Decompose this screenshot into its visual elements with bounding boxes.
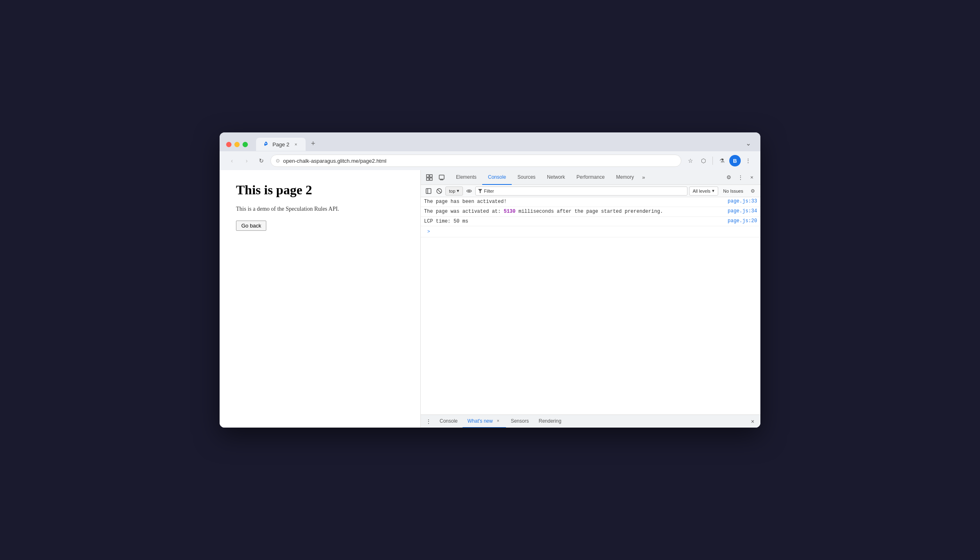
bottom-panel-close-button[interactable]: × <box>748 417 757 426</box>
console-context-label: top <box>449 189 455 193</box>
console-cursor: > <box>424 228 433 236</box>
console-cursor-line[interactable]: > <box>421 226 760 237</box>
new-tab-button[interactable]: + <box>307 138 319 149</box>
back-button[interactable]: ‹ <box>226 155 238 166</box>
svg-marker-12 <box>478 189 482 193</box>
svg-rect-4 <box>430 178 432 180</box>
bottom-tab-sensors-label: Sensors <box>511 418 529 424</box>
svg-rect-6 <box>440 180 443 180</box>
bottom-tabs-menu-button[interactable]: ⋮ <box>424 417 433 426</box>
tab-title: Page 2 <box>272 141 289 148</box>
security-icon: ⊙ <box>276 158 280 164</box>
svg-point-11 <box>468 190 470 192</box>
lab-button[interactable]: ⚗ <box>716 155 728 166</box>
nav-actions: ☆ ⬡ ⚗ B ⋮ <box>685 155 754 166</box>
profile-button[interactable]: B <box>729 155 741 166</box>
url-text: open-chalk-asparagus.glitch.me/page2.htm… <box>283 158 386 164</box>
console-filter-input[interactable]: Filter <box>475 187 687 196</box>
svg-rect-3 <box>430 175 432 177</box>
inspect-element-button[interactable] <box>424 172 435 183</box>
console-context-dropdown-icon: ▾ <box>457 188 459 193</box>
console-eye-button[interactable] <box>465 187 474 196</box>
console-sidebar-button[interactable] <box>424 187 433 196</box>
no-issues-label: No Issues <box>720 189 746 193</box>
filter-label: Filter <box>484 189 494 193</box>
devtools-actions: ⚙ ⋮ × <box>724 172 757 183</box>
more-tabs-button[interactable]: » <box>640 170 647 185</box>
bottom-tab-console-label: Console <box>440 418 458 424</box>
device-mode-button[interactable] <box>436 172 447 183</box>
address-bar[interactable]: ⊙ open-chalk-asparagus.glitch.me/page2.h… <box>270 155 681 167</box>
bottom-tab-sensors[interactable]: Sensors <box>506 415 534 428</box>
tab-performance[interactable]: Performance <box>571 170 610 185</box>
minimize-traffic-light[interactable] <box>234 142 240 147</box>
devtools-panel: Elements Console Sources Network Perform… <box>420 170 760 428</box>
tab-close-button[interactable]: × <box>293 141 299 148</box>
tab-console[interactable]: Console <box>482 170 512 185</box>
close-traffic-light[interactable] <box>226 142 231 147</box>
console-context-selector[interactable]: top ▾ <box>445 187 463 196</box>
filter-icon <box>478 189 482 193</box>
page-title: This is page 2 <box>236 182 404 198</box>
devtools-panel-icons <box>424 172 447 183</box>
title-bar: Page 2 × + ⌄ <box>220 132 760 151</box>
devtools-tabs: Elements Console Sources Network Perform… <box>450 170 724 185</box>
console-line-link[interactable]: page.js:33 <box>728 198 757 204</box>
traffic-lights <box>226 142 248 147</box>
levels-dropdown-icon: ▾ <box>712 188 715 193</box>
bookmark-button[interactable]: ☆ <box>685 155 696 166</box>
console-line-text-3: LCP time: 50 ms <box>424 218 724 225</box>
bottom-tab-whats-new[interactable]: What's new × <box>463 415 506 428</box>
svg-rect-1 <box>426 175 429 177</box>
chrome-menu-button[interactable]: ⋮ <box>742 155 754 166</box>
tab-favicon <box>263 141 269 148</box>
console-line-link-2[interactable]: page.js:34 <box>728 208 757 214</box>
browser-tab[interactable]: Page 2 × <box>256 138 306 151</box>
console-line: The page has been activated! page.js:33 <box>421 197 760 207</box>
extension-button[interactable]: ⬡ <box>698 155 709 166</box>
console-line: LCP time: 50 ms page.js:20 <box>421 217 760 227</box>
tab-memory[interactable]: Memory <box>610 170 640 185</box>
device-mode-icon <box>438 174 445 181</box>
bottom-tab-rendering-label: Rendering <box>539 418 561 424</box>
console-levels-selector[interactable]: All levels ▾ <box>689 187 718 196</box>
go-back-button[interactable]: Go back <box>236 221 266 231</box>
console-levels-label: All levels <box>693 189 710 193</box>
forward-button[interactable]: › <box>241 155 252 166</box>
console-settings-button[interactable]: ⚙ <box>748 187 757 196</box>
console-line-link-3[interactable]: page.js:20 <box>728 218 757 224</box>
tab-network[interactable]: Network <box>541 170 571 185</box>
tab-sources[interactable]: Sources <box>512 170 541 185</box>
tab-elements[interactable]: Elements <box>450 170 482 185</box>
console-line: The page was activated at: 5130 millisec… <box>421 207 760 217</box>
bottom-tabs-bar: ⋮ Console What's new × Sensors Rendering… <box>421 414 760 428</box>
main-area: This is page 2 This is a demo of the Spe… <box>220 170 760 428</box>
console-output: The page has been activated! page.js:33 … <box>421 197 760 414</box>
bottom-tab-rendering[interactable]: Rendering <box>534 415 566 428</box>
browser-window: Page 2 × + ⌄ ‹ › ↻ ⊙ open-chalk-asparagu… <box>220 132 760 428</box>
console-clear-button[interactable] <box>435 187 444 196</box>
svg-point-0 <box>265 143 267 144</box>
bottom-tab-whats-new-label: What's new <box>467 418 493 424</box>
eye-icon <box>466 189 472 193</box>
window-dropdown-button[interactable]: ⌄ <box>742 137 754 149</box>
console-line-text: The page has been activated! <box>424 198 724 205</box>
devtools-close-button[interactable]: × <box>746 172 757 183</box>
page-description: This is a demo of the Speculation Rules … <box>236 206 404 212</box>
devtools-settings-button[interactable]: ⚙ <box>724 172 734 183</box>
devtools-toolbar: Elements Console Sources Network Perform… <box>421 170 760 185</box>
svg-rect-7 <box>426 189 431 193</box>
reload-button[interactable]: ↻ <box>256 155 267 166</box>
svg-line-10 <box>438 189 441 193</box>
console-toolbar: top ▾ Filter All levels <box>421 185 760 197</box>
page-content: This is page 2 This is a demo of the Spe… <box>220 170 420 428</box>
console-highlight: 5130 <box>504 209 515 214</box>
bottom-tab-console[interactable]: Console <box>435 415 463 428</box>
devtools-more-button[interactable]: ⋮ <box>735 172 746 183</box>
maximize-traffic-light[interactable] <box>243 142 248 147</box>
inspect-icon <box>426 174 433 181</box>
svg-rect-2 <box>426 178 429 180</box>
bottom-tab-close-button[interactable]: × <box>495 418 501 424</box>
navigation-bar: ‹ › ↻ ⊙ open-chalk-asparagus.glitch.me/p… <box>220 151 760 170</box>
svg-rect-5 <box>439 175 444 179</box>
